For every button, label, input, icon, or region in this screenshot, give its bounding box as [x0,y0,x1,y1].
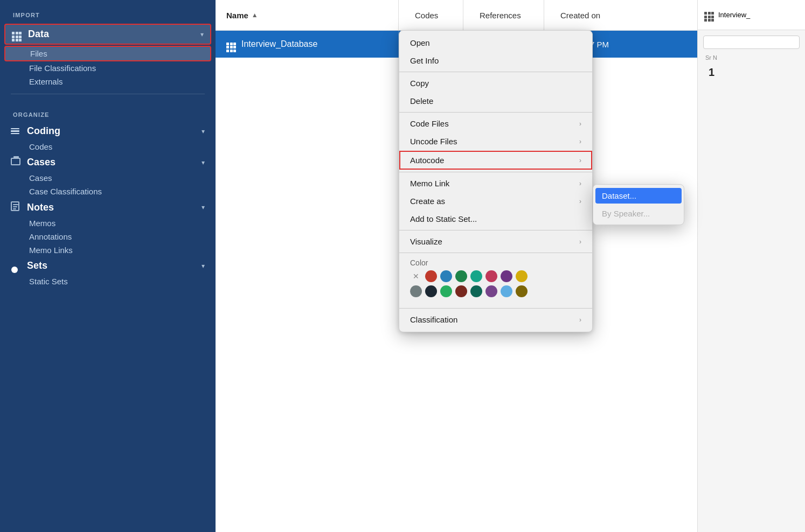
cases-chevron: ▾ [202,159,205,166]
row-icon [226,37,236,52]
column-name[interactable]: Name ▲ [216,0,399,30]
cm-create-as[interactable]: Create as › [399,192,592,210]
cm-memo-link[interactable]: Memo Link › [399,174,592,192]
right-panel-title: Interview_ [718,11,750,19]
sidebar-item-codes[interactable]: Codes [0,140,216,153]
organize-section-label: ORGANIZE [0,100,216,122]
cm-code-files-chevron: › [579,120,581,128]
notes-label: Notes [27,202,196,213]
cm-sep-1 [399,72,592,72]
cm-color-darkblue[interactable] [425,285,437,297]
cm-color-olive[interactable] [516,285,528,297]
sidebar-item-notes[interactable]: Notes ▾ [0,198,216,216]
sidebar-item-files[interactable]: Files [4,46,211,61]
cm-color-emerald[interactable] [470,285,482,297]
cm-uncode-files[interactable]: Uncode Files › [399,132,592,150]
sidebar-item-static-sets[interactable]: Static Sets [0,275,216,288]
cm-color-row-1: ✕ [410,270,581,282]
cm-add-to-static-set[interactable]: Add to Static Set... [399,210,592,228]
cm-get-info[interactable]: Get Info [399,52,592,69]
right-panel-sr-label: Sr N [703,53,800,62]
coding-chevron: ▾ [202,128,205,135]
cm-color-gray[interactable] [410,285,422,297]
cm-memo-link-chevron: › [579,180,581,187]
cm-delete[interactable]: Delete [399,92,592,110]
cm-color-section: Color ✕ [399,255,592,306]
cm-sep-4 [399,230,592,230]
cm-copy[interactable]: Copy [399,74,592,92]
sidebar-item-sets[interactable]: Sets ▾ [0,257,216,275]
cm-color-violet[interactable] [485,285,497,297]
row-name-cell: Interview_Database [216,31,399,58]
sidebar-item-coding[interactable]: Coding ▾ [0,122,216,140]
cm-color-pink[interactable] [485,270,497,282]
notes-chevron: ▾ [202,204,205,211]
sidebar-item-annotations[interactable]: Annotations [0,230,216,243]
table-header: Name ▲ Codes References Created on [216,0,697,31]
import-section-label: IMPORT [0,0,216,23]
cm-classification-chevron: › [579,316,581,324]
cm-color-teal[interactable] [470,270,482,282]
sidebar-item-file-classifications[interactable]: File Classifications [0,61,216,75]
cm-color-green[interactable] [455,270,467,282]
context-menu: Open Get Info Copy Delete Code Files › U… [399,30,593,332]
column-codes[interactable]: Codes [399,0,463,30]
submenu-by-speaker: By Speaker... [593,205,684,222]
right-panel-icon [704,8,714,22]
data-label: Data [28,29,195,40]
cm-color-darkred[interactable] [455,285,467,297]
sidebar-item-cases-sub[interactable]: Cases [0,171,216,185]
created-on-label: Created on [560,11,600,20]
cm-open[interactable]: Open [399,34,592,52]
sidebar-item-memo-links[interactable]: Memo Links [0,243,216,257]
sidebar: IMPORT Data ▾ Files File Classifications… [0,0,216,532]
cm-autocode[interactable]: Autocode › [399,151,592,170]
right-panel-header: Interview_ [698,0,805,30]
cm-color-clear[interactable]: ✕ [410,270,422,282]
cm-color-purple[interactable] [501,270,512,282]
cases-icon [11,158,22,167]
name-label: Name [226,11,248,20]
data-icon [12,27,23,41]
notes-icon [11,201,22,213]
coding-icon [11,128,22,135]
cm-visualize-chevron: › [579,238,581,246]
column-references[interactable]: References [463,0,544,30]
cm-autocode-chevron: › [579,157,581,164]
cm-color-label: Color [410,258,581,267]
codes-label: Codes [415,11,438,20]
sidebar-item-cases[interactable]: Cases ▾ [0,153,216,171]
row-filename: Interview_Database [241,39,317,49]
cm-color-yellow[interactable] [516,270,528,282]
sidebar-item-case-classifications[interactable]: Case Classifications [0,185,216,198]
sidebar-item-externals[interactable]: Externals [0,75,216,88]
cm-sep-2 [399,112,592,113]
references-label: References [480,11,521,20]
divider-1 [11,94,205,94]
cm-sep-3 [399,172,592,172]
main-content: Name ▲ Codes References Created on Inter… [216,0,697,532]
sort-arrow-icon: ▲ [252,11,258,19]
cm-code-files[interactable]: Code Files › [399,115,592,132]
cm-uncode-files-chevron: › [579,138,581,145]
cm-color-lgreen[interactable] [440,285,452,297]
cm-create-as-chevron: › [579,198,581,205]
sets-label: Sets [27,260,196,271]
sidebar-item-data[interactable]: Data ▾ [4,24,211,45]
submenu-dataset[interactable]: Dataset... [595,188,682,204]
column-created-on[interactable]: Created on [544,0,641,30]
cm-classification[interactable]: Classification › [399,311,592,328]
right-panel-input[interactable] [703,36,800,49]
cm-color-blue[interactable] [440,270,452,282]
cm-visualize[interactable]: Visualize › [399,233,592,250]
right-panel-number: 1 [703,62,800,83]
data-chevron: ▾ [200,31,204,38]
cm-color-red[interactable] [425,270,437,282]
cm-color-skyblue[interactable] [501,285,512,297]
sets-chevron: ▾ [202,262,205,270]
context-menu-overlay: Open Get Info Copy Delete Code Files › U… [399,30,593,332]
cm-color-row-2 [410,285,581,297]
cases-label: Cases [27,157,196,168]
coding-label: Coding [27,125,196,137]
sidebar-item-memos[interactable]: Memos [0,216,216,230]
